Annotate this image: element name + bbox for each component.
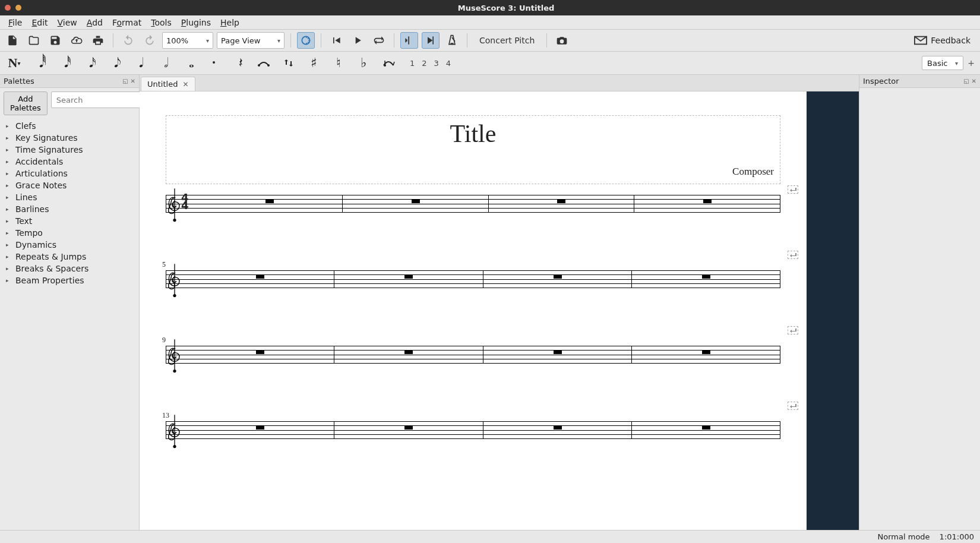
system-break-icon[interactable] xyxy=(788,402,798,410)
palette-item-text[interactable]: ▸Text xyxy=(0,215,139,227)
add-palettes-button[interactable]: Add Palettes xyxy=(4,91,48,115)
palette-item-articulations[interactable]: ▸Articulations xyxy=(0,168,139,179)
note-quarter-button[interactable]: 𝅘𝅥 xyxy=(131,54,147,72)
undo-button[interactable] xyxy=(119,32,137,49)
measure[interactable] xyxy=(197,195,343,213)
note-16th-button[interactable]: 𝅘𝅥𝅯 xyxy=(81,54,97,72)
measure[interactable] xyxy=(186,270,334,288)
zoom-combo[interactable]: 100%▾ xyxy=(162,32,213,49)
measure[interactable] xyxy=(483,346,632,364)
menu-edit[interactable]: Edit xyxy=(27,17,52,29)
close-tab-icon[interactable]: ✕ xyxy=(182,80,188,89)
treble-clef[interactable] xyxy=(167,263,182,304)
screenshot-button[interactable] xyxy=(553,32,571,49)
measure[interactable] xyxy=(489,195,635,213)
feedback-button[interactable]: Feedback xyxy=(908,36,976,45)
close-panel-icon[interactable]: ✕ xyxy=(972,78,976,84)
loop-button[interactable] xyxy=(370,32,388,49)
undock-panel-icon[interactable]: ◱ xyxy=(963,78,969,84)
rest-button[interactable]: 𝄽 xyxy=(230,54,247,72)
play-button[interactable] xyxy=(349,32,366,49)
staff-system[interactable]: 544 xyxy=(166,260,780,288)
close-window-icon[interactable] xyxy=(5,5,11,11)
palette-item-breaks-spacers[interactable]: ▸Breaks & Spacers xyxy=(0,263,139,274)
flip-button[interactable] xyxy=(280,54,297,72)
palette-item-time-signatures[interactable]: ▸Time Signatures xyxy=(0,144,139,156)
sharp-button[interactable]: ♯ xyxy=(305,54,322,72)
voice-4-button[interactable]: 4 xyxy=(446,59,451,68)
voice-3-button[interactable]: 3 xyxy=(434,59,439,68)
palette-item-grace-notes[interactable]: ▸Grace Notes xyxy=(0,179,139,191)
score-canvas[interactable]: Title Composer 445449441344 xyxy=(140,91,807,530)
print-button[interactable] xyxy=(89,32,107,49)
whole-rest[interactable] xyxy=(557,200,565,203)
score-composer[interactable]: Composer xyxy=(172,166,774,178)
treble-clef[interactable] xyxy=(167,188,182,228)
loop-out-button[interactable] xyxy=(422,32,440,49)
whole-rest[interactable] xyxy=(702,426,710,430)
note-input-mode-button[interactable]: N▾ xyxy=(6,54,23,72)
menu-plugins[interactable]: Plugins xyxy=(176,17,216,29)
whole-rest[interactable] xyxy=(265,200,274,203)
measure[interactable] xyxy=(186,346,334,364)
close-panel-icon[interactable]: ✕ xyxy=(131,78,135,84)
whole-rest[interactable] xyxy=(256,351,264,354)
new-file-button[interactable] xyxy=(4,32,21,49)
palette-item-lines[interactable]: ▸Lines xyxy=(0,191,139,203)
staff-system[interactable]: 944 xyxy=(166,336,780,364)
whole-rest[interactable] xyxy=(702,351,710,354)
undock-panel-icon[interactable]: ◱ xyxy=(122,78,128,84)
measure[interactable] xyxy=(343,195,489,213)
whole-rest[interactable] xyxy=(412,200,420,203)
loop-in-button[interactable] xyxy=(400,32,418,49)
window-controls[interactable] xyxy=(5,5,32,11)
note-whole-button[interactable]: 𝅝 xyxy=(181,54,197,72)
slur-button[interactable] xyxy=(380,54,397,72)
measure[interactable] xyxy=(634,195,780,213)
score-title[interactable]: Title xyxy=(172,119,774,148)
voice-2-button[interactable]: 2 xyxy=(422,59,426,68)
system-break-icon[interactable] xyxy=(788,326,798,334)
save-button[interactable] xyxy=(46,32,64,49)
whole-rest[interactable] xyxy=(404,426,413,430)
whole-rest[interactable] xyxy=(256,275,264,279)
cloud-save-button[interactable] xyxy=(68,32,86,49)
measure[interactable] xyxy=(334,270,483,288)
add-workspace-button[interactable]: + xyxy=(966,56,976,70)
rewind-button[interactable] xyxy=(327,32,345,49)
whole-rest[interactable] xyxy=(554,275,562,279)
whole-rest[interactable] xyxy=(703,200,712,203)
menu-view[interactable]: View xyxy=(53,17,82,29)
whole-rest[interactable] xyxy=(702,275,710,279)
note-32nd-button[interactable]: 𝅘𝅥𝅰 xyxy=(56,54,72,72)
measure[interactable] xyxy=(632,346,780,364)
menu-help[interactable]: Help xyxy=(216,17,244,29)
treble-clef[interactable] xyxy=(167,339,182,379)
whole-rest[interactable] xyxy=(554,351,562,354)
minimize-window-icon[interactable] xyxy=(15,5,21,11)
measure[interactable] xyxy=(186,421,334,439)
menu-format[interactable]: Format xyxy=(108,17,146,29)
natural-button[interactable]: ♮ xyxy=(330,54,347,72)
tie-button[interactable] xyxy=(255,54,272,72)
concert-pitch-button[interactable]: Concert Pitch xyxy=(473,32,540,49)
palette-item-beam-properties[interactable]: ▸Beam Properties xyxy=(0,274,139,286)
measure[interactable] xyxy=(632,421,780,439)
system-break-icon[interactable] xyxy=(788,251,798,259)
system-break-icon[interactable] xyxy=(788,185,798,194)
time-signature[interactable]: 44 xyxy=(181,194,189,209)
menu-file[interactable]: File xyxy=(4,17,27,29)
whole-rest[interactable] xyxy=(404,351,413,354)
title-frame[interactable]: Title Composer xyxy=(166,115,780,184)
palette-item-tempo[interactable]: ▸Tempo xyxy=(0,227,139,239)
palette-item-dynamics[interactable]: ▸Dynamics xyxy=(0,239,139,251)
palette-item-barlines[interactable]: ▸Barlines xyxy=(0,203,139,215)
measure[interactable] xyxy=(334,346,483,364)
open-file-button[interactable] xyxy=(25,32,43,49)
palette-item-repeats-jumps[interactable]: ▸Repeats & Jumps xyxy=(0,251,139,263)
palette-item-key-signatures[interactable]: ▸Key Signatures xyxy=(0,132,139,144)
staff-system[interactable]: 44 xyxy=(166,195,780,213)
staff-system[interactable]: 1344 xyxy=(166,411,780,439)
note-8th-button[interactable]: 𝅘𝅥𝅮 xyxy=(106,54,122,72)
whole-rest[interactable] xyxy=(554,426,562,430)
